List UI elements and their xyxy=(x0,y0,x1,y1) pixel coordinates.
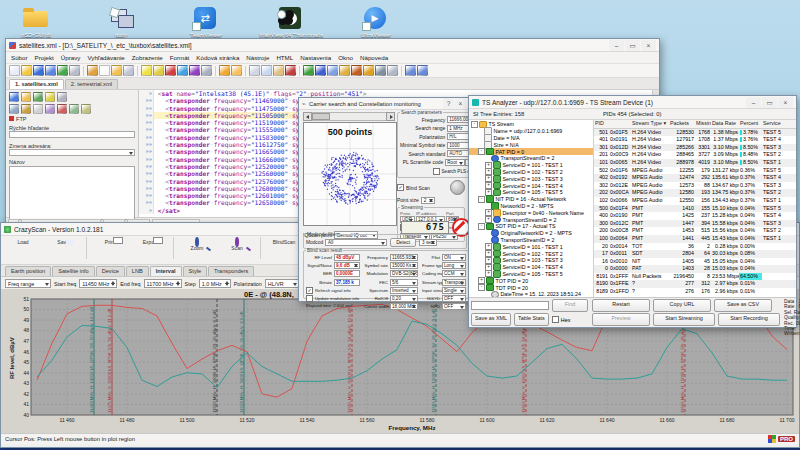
save-as-csv-button[interactable]: Save as CSV xyxy=(714,299,772,312)
desktop-icon-teamviewer[interactable]: ⇄TeamViewer xyxy=(170,6,242,39)
coding-mode-value[interactable]: CCM xyxy=(442,270,466,277)
polarization-select[interactable]: HL/VR xyxy=(265,279,299,288)
modulation-value[interactable]: DVB-S2(8PSK) xyxy=(390,270,418,277)
ber-value[interactable]: 0,0000E xyxy=(334,270,360,277)
history-icon[interactable] xyxy=(123,65,134,76)
menu-projekt[interactable]: Projekt xyxy=(35,54,54,61)
npd-value[interactable]: OFF xyxy=(442,303,466,310)
symbol-rate-value[interactable]: 15000 Ks xyxy=(390,262,418,269)
tree-item[interactable]: DateTime = 15. 12. 2023 18:51:24 xyxy=(469,291,593,297)
find-button[interactable]: Find xyxy=(552,299,588,312)
tree-item[interactable]: -NIT PID = 16 - Actual Network xyxy=(469,196,593,203)
file-list[interactable] xyxy=(9,166,135,220)
tab-style[interactable]: Style xyxy=(183,266,207,276)
pid-row[interactable]: 81900x1FFE?2773122.97 kbps0.01% xyxy=(594,280,796,288)
menu-s-bor[interactable]: Súbor xyxy=(11,54,28,61)
new-file-icon[interactable] xyxy=(9,65,20,76)
column-header-pid[interactable]: PID xyxy=(594,120,631,128)
tab-transponders[interactable]: Transponders xyxy=(208,266,254,276)
rolloff-value[interactable]: 0,20 xyxy=(390,295,418,302)
collapse-icon[interactable]: - xyxy=(471,121,478,128)
goto-icon[interactable] xyxy=(165,65,176,76)
panel-tool-icon-8[interactable] xyxy=(45,104,55,114)
window-split-icon[interactable] xyxy=(387,65,398,76)
panel-tool-icon-0[interactable] xyxy=(9,92,19,102)
pid-row[interactable]: 1000x0064PMT144144515.43 kbps0.04%TEST 1 xyxy=(594,235,796,243)
project-icon[interactable] xyxy=(87,65,98,76)
collapse-icon[interactable]: - xyxy=(478,223,485,230)
scroll-right-icon[interactable] xyxy=(386,112,395,121)
tab-interval[interactable]: Interval xyxy=(150,266,182,276)
tree-item[interactable]: -PAT PID = 0 xyxy=(469,148,593,155)
search-icon[interactable] xyxy=(141,65,152,76)
tree-item[interactable]: -SDT PID = 17 - Actual TS xyxy=(469,223,593,230)
menu-nastavenia[interactable]: Nastavenia xyxy=(300,54,331,61)
save-icon[interactable] xyxy=(33,65,44,76)
ts-analyzer-titlebar[interactable]: TS Analyzer - udp://127.0.0.1:6969 - TS … xyxy=(469,96,796,109)
pid-row[interactable]: 1020x0066MPEG Audio12550156134.43 kbps0.… xyxy=(594,197,796,205)
spectrum-value[interactable]: Inverted xyxy=(390,287,418,294)
pid-row[interactable]: 00x0000PAT14032815.03 kbps0.04% xyxy=(594,265,796,273)
editor-maximize-button[interactable]: ▭ xyxy=(625,40,640,51)
pid-row[interactable]: 3000x012CPMT144739415.58 kbps0.04%TEST 3 xyxy=(594,220,796,228)
pl-scramble-select[interactable]: Root xyxy=(445,159,465,166)
pid-find-input[interactable] xyxy=(471,301,549,310)
copy-url-button[interactable]: Copy URL xyxy=(653,299,711,312)
lock-icon[interactable] xyxy=(363,65,374,76)
menu--pravy[interactable]: Úpravy xyxy=(61,54,81,61)
fec-value[interactable]: 5/6 xyxy=(390,279,418,286)
cut-icon[interactable] xyxy=(249,65,260,76)
open-icon[interactable] xyxy=(111,65,122,76)
tab-earth-position[interactable]: Earth position xyxy=(5,266,51,276)
table-stats-button[interactable]: Table Stats xyxy=(514,313,549,326)
pid-row[interactable]: 4010x0191H.264 Video12791717081.37 Mbps3… xyxy=(594,136,796,144)
nav-forward-icon[interactable] xyxy=(417,65,428,76)
ts-minimize-button[interactable]: – xyxy=(746,97,761,108)
constellation-help-button[interactable]: ? xyxy=(443,98,454,109)
column-header-data-rate[interactable]: Data Rate xyxy=(711,120,739,128)
tab-satellite-info[interactable]: Satellite info xyxy=(52,266,94,276)
constellation-scrollbar[interactable] xyxy=(303,112,395,121)
column-header-packets[interactable]: Packets xyxy=(669,120,695,128)
pilot-value[interactable]: ON xyxy=(442,254,466,261)
menu-zobrazenie[interactable]: Zobrazenie xyxy=(132,54,163,61)
pid-row[interactable]: 5010x01F5H.264 Video12853017681.38 Mbps3… xyxy=(594,129,796,137)
pid-row[interactable]: 1010x0065H.264 Video28897840193.10 Mbps8… xyxy=(594,159,796,167)
start-recording-button[interactable]: Start Recording xyxy=(718,313,780,326)
restart-button[interactable]: Restart xyxy=(592,299,650,312)
freq-range-select[interactable]: Freq range xyxy=(5,279,51,288)
tab-1-satellites-xml[interactable]: 1. satellites.xml xyxy=(9,79,64,89)
satellite-dish-button[interactable] xyxy=(450,180,465,195)
panel-tool-icon-11[interactable] xyxy=(81,104,91,114)
copy-icon[interactable] xyxy=(261,65,272,76)
pid-row[interactable]: 5000x01F4PMT141015515.10 kbps0.04%TEST 5 xyxy=(594,205,796,213)
pid-row[interactable]: 3020x012EMPEG Audio1257388134.67 kbps0.3… xyxy=(594,182,796,190)
menu-n-stroje[interactable]: Nástroje xyxy=(246,54,269,61)
pid-row[interactable]: 5020x01F6MPEG Audio12255179131.27 kbps0.… xyxy=(594,167,796,175)
step-input[interactable]: 1,0 MHz xyxy=(199,279,231,288)
hex-checkbox[interactable] xyxy=(552,316,559,323)
change-dir-select[interactable] xyxy=(9,149,135,156)
save-as-xml-button[interactable]: Save as XML xyxy=(471,313,511,326)
signal-noise-value[interactable]: 9,6 dB xyxy=(334,262,360,269)
editor-minimize-button[interactable]: – xyxy=(609,40,624,51)
pid-row[interactable]: 4020x0192MPEG Audio12474292135.61 kbps0.… xyxy=(594,174,796,182)
tab-lnb[interactable]: LNB xyxy=(126,266,149,276)
print-preview-icon[interactable] xyxy=(201,65,212,76)
constellation-close-button[interactable]: × xyxy=(455,98,466,109)
search-pls-checkbox[interactable] xyxy=(433,168,440,175)
color-icon[interactable] xyxy=(339,65,350,76)
tags-icon[interactable] xyxy=(351,65,362,76)
ts-close-button[interactable]: × xyxy=(778,97,793,108)
pid-row[interactable]: 160x0010NIT14054515.05 kbps0.04% xyxy=(594,258,796,266)
pid-row[interactable]: 81890x1FFD?2761762.96 kbps0.01% xyxy=(594,288,796,296)
editor-close-button[interactable]: × xyxy=(641,40,656,51)
delete-icon[interactable] xyxy=(285,65,296,76)
collapse-icon[interactable]: - xyxy=(478,148,485,155)
open-folder-icon[interactable] xyxy=(21,65,32,76)
pid-row[interactable]: 4000x0190PMT142523715.28 kbps0.04%TEST 4 xyxy=(594,212,796,220)
desktop-icon-putty[interactable]: putty xyxy=(85,6,157,39)
constellation-titlebar[interactable]: ⌁ Carrier search and Constellation monit… xyxy=(299,98,469,110)
panel-tool-icon-1[interactable] xyxy=(21,92,31,102)
panel-tool-icon-9[interactable] xyxy=(57,104,67,114)
